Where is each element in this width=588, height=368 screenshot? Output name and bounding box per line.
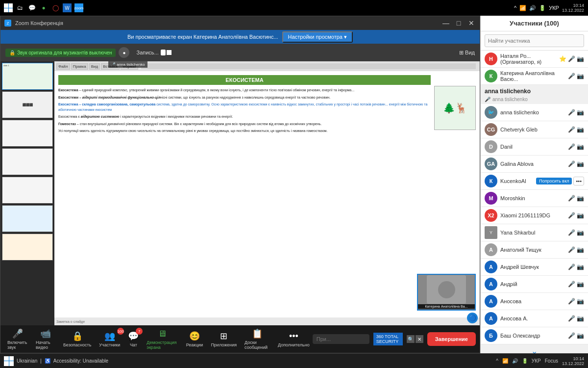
battery-icon: 🔋 xyxy=(539,5,546,11)
slide-para-3: Екосистема – складна самоорганізована, с… xyxy=(58,102,431,112)
participant-search-input[interactable] xyxy=(485,34,584,47)
message-input[interactable] xyxy=(317,336,366,342)
taskbar-top: 🗂 💬 ● ◯ W zoom ^ 📶 🔊 🔋 УКР 10:14 13.12.2… xyxy=(0,0,588,16)
participant-name: Наталя Ро... (Организатор, я) xyxy=(500,53,556,65)
toggle-audio-button[interactable]: 🎤 Включить звук xyxy=(4,326,31,352)
slide-thumb-7[interactable] xyxy=(2,234,53,261)
start-button[interactable] xyxy=(4,356,14,366)
input-language[interactable]: УКР xyxy=(532,358,541,364)
request-unmute-button[interactable]: Попросить вкл xyxy=(536,178,572,184)
mic-off-icon: 🎤 xyxy=(568,332,575,339)
pip-video-feed xyxy=(418,275,475,304)
ppt-btn-file[interactable]: Файл xyxy=(56,63,70,70)
close-security-icon[interactable]: ✕ xyxy=(416,335,423,343)
windows-logo-icon[interactable] xyxy=(4,3,13,12)
participant-name: Galina Ablova xyxy=(500,161,565,167)
avatar: A xyxy=(485,295,497,308)
close-button[interactable]: ✕ xyxy=(467,19,476,27)
search-box xyxy=(481,31,588,51)
list-item: A Аносова А. 🎤 📷 xyxy=(481,310,588,327)
end-meeting-button[interactable]: Завершение xyxy=(427,332,476,346)
participants-count-badge: 100 xyxy=(117,328,124,335)
list-item: К Катерина Анатоліївна Васю... 🎤 📷 xyxy=(481,68,588,85)
volume-icon[interactable]: 🔊 xyxy=(512,358,518,364)
mic-off-icon: 🎤 xyxy=(568,281,575,288)
more-icon: ••• xyxy=(289,331,298,342)
view-settings-button[interactable]: Настройки просмотра ▾ xyxy=(282,31,353,43)
reactions-button[interactable]: 😊 Реакции xyxy=(183,329,206,349)
participant-name: Аносова А. xyxy=(500,315,565,321)
message-input-area[interactable] xyxy=(313,334,369,344)
avatar: X2 xyxy=(485,209,497,222)
list-item: GA Galina Ablova 🎤 📷 xyxy=(481,156,588,173)
taskview-icon[interactable]: 🗂 xyxy=(16,3,24,12)
chat-icon[interactable]: 💬 xyxy=(27,3,36,12)
participant-name: Анатолий Тищук xyxy=(500,247,565,253)
list-item: A Андрей Шевчук 🎤 📷 xyxy=(481,259,588,276)
participant-name: anna tislichenko xyxy=(500,109,565,115)
chrome-icon[interactable]: ● xyxy=(39,3,48,12)
avatar: GA xyxy=(485,158,497,170)
pip-participant-label: Катерина Анатоліївна Ва... xyxy=(418,304,475,309)
slide-thumb-4[interactable] xyxy=(2,148,53,175)
list-item: A Андрій 🎤 📷 xyxy=(481,276,588,293)
cam-off-icon: 📷 xyxy=(577,55,584,62)
avatar: К xyxy=(485,70,497,82)
share-screen-button[interactable]: 🖥 Демонстрация экрана xyxy=(144,327,181,352)
apps-button[interactable]: ⊞ Приложения xyxy=(208,329,240,349)
ppt-btn-view[interactable]: Вид xyxy=(89,63,100,70)
recording-button[interactable]: Запись... xyxy=(132,48,175,57)
more-label: Дополнительно xyxy=(278,342,310,347)
more-button[interactable]: ••• Дополнительно xyxy=(275,329,313,349)
participants-panel: Участники (100) Н Наталя Ро... (Организа… xyxy=(480,16,588,353)
maximize-button[interactable]: □ xyxy=(454,19,463,27)
whiteboard-button[interactable]: 📋 Доски сообщений xyxy=(242,326,273,352)
toolbar-left: 🔒 Звук оригинала для музикантів выключен… xyxy=(5,47,454,58)
chat-badge: 7 xyxy=(136,328,143,335)
language-indicator[interactable]: УКР xyxy=(549,5,559,11)
participant-name: Chetveryk Gleb xyxy=(500,127,565,132)
opera-icon[interactable]: ◯ xyxy=(51,3,60,12)
zoom-icon[interactable]: zoom xyxy=(74,3,83,12)
slide-thumb-1[interactable]: slide 1 xyxy=(2,63,53,90)
view-button[interactable]: ⊞ Вид xyxy=(459,50,475,56)
mic-off-icon: 🎤 xyxy=(568,315,575,322)
slide-thumb-5[interactable] xyxy=(2,177,53,204)
section-label: anna tislichenko xyxy=(481,85,588,96)
volume-icon[interactable]: 🔊 xyxy=(529,5,536,11)
slide-para-4: Екосистема є відкритою системою і характ… xyxy=(58,114,431,120)
participants-panel-header: Участники (100) xyxy=(481,16,588,31)
search-security-icon[interactable]: 🔍 xyxy=(407,335,415,343)
slide-inner: ЕКОСИСТЕМА 🌲🦌 Екосистема – єдиний природ… xyxy=(54,71,480,317)
list-item: Б Баш Олександр 🎤 📷 xyxy=(481,327,588,344)
participant-icons: ⭐ 🎤 📷 xyxy=(559,55,584,62)
slide-para-5: Гомеостаз – стан внутрішньої динамічної … xyxy=(58,122,431,127)
slide-para-1: Екосистема – єдиний природний комплекс, … xyxy=(58,88,431,93)
toggle-video-button[interactable]: 📹 Начать видео xyxy=(33,326,58,352)
minimize-button[interactable]: — xyxy=(441,19,450,27)
expand-list-button[interactable]: ⌄ xyxy=(481,344,588,353)
participant-icons: 🎤 📷 xyxy=(568,126,584,133)
slide-thumb-2[interactable]: ⬛⬛⬛ xyxy=(2,91,53,118)
security-button[interactable]: 🔒 Безопасность xyxy=(60,329,94,349)
participant-name: KucenkoAl xyxy=(500,178,533,184)
chat-label: Чат xyxy=(130,342,137,347)
participant-icons: 🎤 📷 xyxy=(568,160,584,167)
mic-off-icon: 🎤 xyxy=(568,55,575,62)
word-icon[interactable]: W xyxy=(63,3,72,12)
mic-off-icon: 🎤 xyxy=(568,246,575,253)
separator: | xyxy=(40,358,42,364)
section-mic-icon: 🎤 xyxy=(485,97,490,102)
avatar: CG xyxy=(485,123,497,136)
ppt-btn-edit[interactable]: Правка xyxy=(71,63,88,70)
security-icon: 🔒 xyxy=(72,331,83,342)
network-icon: 📶 xyxy=(519,5,526,11)
audio-label: Включить звук xyxy=(7,340,28,350)
slide-thumb-3[interactable] xyxy=(2,120,53,147)
tray-expand-icon[interactable]: ^ xyxy=(496,358,498,364)
slide-thumb-6[interactable] xyxy=(2,205,53,232)
tray-expand-icon[interactable]: ^ xyxy=(514,5,516,11)
more-options-button[interactable]: ••• xyxy=(573,177,584,185)
wifi-icon: 📶 xyxy=(502,358,508,364)
avatar: Б xyxy=(485,329,497,342)
